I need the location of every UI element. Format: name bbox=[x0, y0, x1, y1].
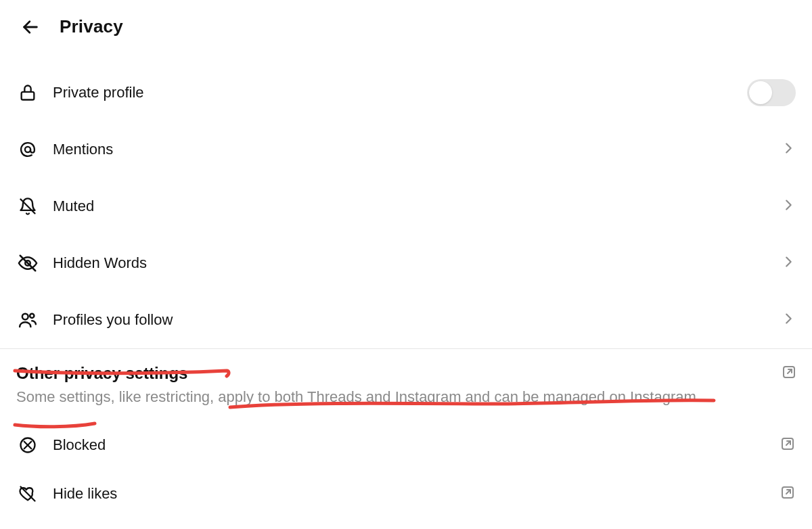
chevron-right-icon bbox=[781, 254, 796, 272]
settings-list: Private profile Mentions Mute bbox=[0, 64, 812, 348]
external-link-icon bbox=[780, 436, 796, 455]
external-link-icon bbox=[781, 364, 797, 383]
row-muted[interactable]: Muted bbox=[0, 178, 812, 235]
lock-icon bbox=[18, 83, 38, 103]
row-blocked[interactable]: Blocked bbox=[0, 421, 812, 469]
users-icon bbox=[18, 310, 38, 330]
heart-off-icon bbox=[18, 484, 38, 504]
row-private-profile[interactable]: Private profile bbox=[0, 64, 812, 121]
svg-point-2 bbox=[25, 147, 30, 152]
eye-off-icon bbox=[18, 253, 38, 273]
private-profile-toggle[interactable] bbox=[747, 79, 796, 106]
toggle-knob bbox=[749, 81, 772, 104]
row-label: Profiles you follow bbox=[53, 311, 781, 329]
row-label: Hidden Words bbox=[53, 254, 781, 272]
row-label: Mentions bbox=[53, 141, 781, 158]
bell-off-icon bbox=[18, 196, 38, 216]
chevron-right-icon bbox=[781, 311, 796, 329]
block-icon bbox=[18, 435, 38, 455]
section-other-privacy[interactable]: Other privacy settings Some settings, li… bbox=[0, 349, 812, 409]
chevron-right-icon bbox=[781, 141, 796, 158]
row-hidden-words[interactable]: Hidden Words bbox=[0, 235, 812, 292]
row-label: Private profile bbox=[53, 84, 747, 101]
row-mentions[interactable]: Mentions bbox=[0, 121, 812, 178]
external-link-icon bbox=[780, 484, 796, 503]
page-title: Privacy bbox=[60, 16, 123, 37]
row-label: Muted bbox=[53, 198, 781, 215]
row-hide-likes[interactable]: Hide likes bbox=[0, 469, 812, 518]
at-icon bbox=[18, 139, 38, 160]
section-subtitle: Some settings, like restricting, apply t… bbox=[16, 386, 706, 409]
row-label: Blocked bbox=[53, 436, 780, 454]
header: Privacy bbox=[0, 0, 812, 64]
svg-point-7 bbox=[30, 314, 34, 318]
section-title: Other privacy settings bbox=[16, 364, 765, 383]
chevron-right-icon bbox=[781, 198, 796, 215]
svg-point-6 bbox=[22, 314, 28, 320]
row-profiles-follow[interactable]: Profiles you follow bbox=[0, 292, 812, 348]
svg-rect-1 bbox=[22, 92, 35, 100]
back-button[interactable] bbox=[20, 17, 41, 37]
row-label: Hide likes bbox=[53, 485, 780, 503]
arrow-left-icon bbox=[21, 18, 40, 37]
